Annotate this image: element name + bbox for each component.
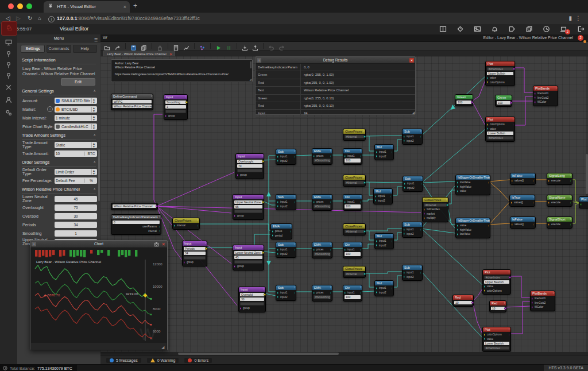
undo-icon[interactable] — [268, 43, 274, 49]
debug-results-panel[interactable]: iDebug Results✕ DefineEasyIndicatorParam… — [255, 56, 416, 115]
warnings-badge[interactable]: 0 Warning — [147, 358, 179, 363]
port-out-input1[interactable] — [420, 272, 421, 274]
node-input-overbought[interactable]: InputiOverbought70group — [235, 153, 264, 179]
port-in-period[interactable] — [272, 234, 273, 237]
window-close-button[interactable] — [8, 3, 14, 9]
port-out-#Interval[interactable] — [363, 230, 366, 233]
port-in-highValue[interactable] — [457, 229, 458, 231]
port-in-prices[interactable] — [272, 230, 273, 233]
port-out-execute[interactable] — [570, 202, 571, 204]
errors-badge[interactable]: 0 Errors — [184, 358, 212, 363]
node-green-2[interactable]: Greeni100 — [495, 95, 512, 107]
port-in-input2[interactable] — [277, 296, 278, 298]
port-out-input1[interactable] — [390, 195, 392, 198]
chart-close-icon[interactable]: ✕ — [161, 241, 165, 248]
port-in-execute[interactable] — [548, 202, 550, 204]
port-in-value[interactable] — [457, 190, 458, 192]
node-sub-b4[interactable]: Subiinput1input2 — [402, 265, 423, 281]
port-in-input1[interactable] — [345, 249, 346, 251]
port-in-lineGuid1[interactable] — [532, 297, 533, 300]
port-out-input1[interactable] — [360, 292, 361, 294]
port-out-#Interval[interactable] — [363, 181, 366, 184]
node-input-oversold[interactable]: InputiOversold30group — [238, 287, 266, 312]
input-oversold[interactable]: 30 — [55, 213, 97, 219]
site-info-icon[interactable]: i — [48, 16, 55, 22]
port-in-input1[interactable] — [277, 249, 278, 251]
port-out-input1[interactable] — [294, 156, 295, 158]
port-in-input2[interactable] — [376, 291, 377, 293]
node-div-2[interactable]: Diviinput1100 — [343, 194, 362, 211]
port-in-interval[interactable] — [174, 225, 175, 227]
port-in-colorOptions[interactable] — [484, 289, 485, 292]
port-in-lineGuid2[interactable] — [535, 96, 536, 99]
port-in-execute[interactable] — [548, 180, 550, 182]
node-div-1[interactable]: Diviinput1100 — [343, 148, 362, 165]
port-in-lineGuid2[interactable] — [532, 302, 533, 304]
port-in-highValue[interactable] — [457, 186, 458, 188]
port-out-#Interval[interactable] — [363, 273, 366, 275]
extension-icon[interactable]: ▮ — [568, 14, 572, 22]
port-out-input1[interactable] — [294, 201, 295, 203]
node-sub-b1[interactable]: Subiinput1input2 — [402, 129, 423, 145]
node-sub-b2[interactable]: Subiinput1input2 — [403, 176, 423, 192]
tools-icon[interactable] — [5, 83, 12, 90]
chart-window[interactable]: i Chart ✕ 120001000080006000Lazy Bear - … — [30, 240, 168, 350]
node-mul-1[interactable]: Muliinput1input2 — [374, 144, 394, 160]
spray-icon[interactable] — [199, 43, 206, 49]
port-out-prices[interactable] — [330, 249, 331, 251]
port-in-prices[interactable] — [314, 292, 315, 294]
port-in-input2[interactable] — [404, 187, 405, 189]
port-in-prices[interactable] — [314, 155, 315, 157]
node-sub-b3[interactable]: Subiinput1input2 — [402, 222, 423, 238]
sidebar-scrollbar[interactable] — [98, 149, 100, 201]
port-in-values[][interactable] — [512, 223, 513, 226]
port-in-value[interactable] — [487, 77, 488, 79]
port-in-input1[interactable] — [345, 155, 346, 157]
pin-icon-2[interactable] — [5, 60, 12, 67]
node-closeprices-4[interactable]: ClosePricesi#Interval — [343, 223, 366, 235]
section-header[interactable]: Order Settings∧ — [22, 160, 96, 167]
chart-title-bar[interactable]: i Chart ✕ — [30, 241, 167, 248]
port-in-input1[interactable] — [277, 156, 278, 158]
trayup-icon[interactable] — [252, 43, 258, 49]
port-out-Oversold[interactable] — [264, 293, 266, 296]
node-sub-a2[interactable]: Subiinput1input2 — [276, 194, 296, 210]
port-out-prices[interactable] — [330, 155, 331, 157]
stack-icon[interactable] — [525, 25, 533, 32]
browser-menu-icon[interactable]: ⋮ — [575, 14, 581, 22]
node-ema-4[interactable]: EMAiprices#Smoothing — [312, 285, 332, 302]
port-in-input2[interactable] — [404, 140, 405, 142]
tab-settings[interactable]: Settings — [21, 45, 45, 53]
select-trade-amount-type-[interactable]: Static▲▼ — [55, 142, 97, 148]
port-out-Overbought[interactable] — [262, 160, 264, 163]
node-plotbands-2[interactable]: PlotBandsilineGuid1lineGuid2fillColor — [530, 291, 555, 311]
port-out-input1[interactable] — [421, 183, 422, 185]
node-isfalse-1[interactable]: IsFalseivalues[] — [510, 173, 536, 185]
input-periods[interactable]: 34 — [55, 222, 97, 228]
node-input-upper-neutral[interactable]: InputiUpper Neutral Zone55group — [233, 194, 264, 220]
port-out-colorOptions[interactable] — [509, 334, 510, 336]
port-in-value[interactable] — [484, 338, 485, 340]
node-closeprices-6[interactable]: ClosePricesi#IntervalfullCandlesmarketmu… — [422, 197, 448, 222]
share-icon[interactable] — [114, 43, 121, 49]
tab-close-icon[interactable]: × — [123, 1, 126, 13]
port-in-input2[interactable] — [277, 253, 278, 255]
pin-icon-1[interactable] — [5, 49, 12, 56]
port-in-value[interactable] — [487, 127, 488, 130]
history-icon[interactable] — [543, 25, 550, 32]
port-out-100[interactable] — [510, 102, 512, 104]
port-in-input1[interactable] — [277, 201, 278, 203]
url-bar[interactable]: i127.0.0.1:8090/#/VisualEditor/81f9740cc… — [48, 14, 200, 23]
node-input-periods[interactable]: InputiPeriods34group — [182, 241, 207, 266]
node-red-1[interactable]: Redi10 — [452, 295, 474, 307]
node-mul-3[interactable]: Muliinput1input2 — [374, 233, 394, 249]
port-out-values[][interactable] — [533, 202, 534, 204]
port-in-values[][interactable] — [511, 202, 512, 204]
pin-icon-3[interactable] — [5, 71, 12, 78]
node-mul-4[interactable]: Muliinput1input2 — [374, 280, 394, 296]
app-logo-rabbit-icon[interactable]: ♘ — [1, 21, 17, 36]
port-in-colorOptions[interactable] — [487, 123, 488, 126]
node-ema-2[interactable]: EMAiprices#Smoothing — [312, 194, 332, 211]
port-in-value[interactable] — [484, 285, 485, 288]
info-icon[interactable]: i — [32, 242, 36, 246]
